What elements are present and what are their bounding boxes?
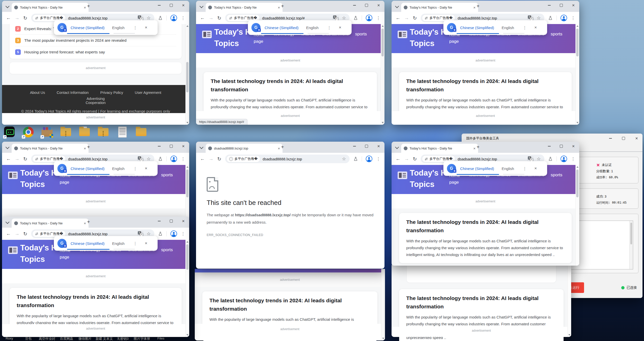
experiments-flask-icon[interactable]: [158, 231, 163, 236]
profile-avatar-icon[interactable]: [366, 156, 372, 162]
translate-close-icon[interactable]: ×: [145, 241, 147, 246]
scrollbar[interactable]: [575, 165, 579, 266]
tab-search-chevron-icon[interactable]: [6, 145, 10, 149]
nav-sports[interactable]: sports: [551, 173, 562, 186]
desktop-label[interactable]: 新建 文本文: [96, 336, 113, 341]
url-text[interactable]: dsadsad8888.lxzxjz.top: [68, 157, 108, 161]
footer-link-agreement[interactable]: User Agreement: [135, 91, 161, 95]
translate-tab-chinese[interactable]: Chinese (Simplified): [460, 166, 494, 171]
close-button[interactable]: ×: [377, 145, 380, 147]
nav-sports[interactable]: sports: [161, 173, 173, 186]
reload-icon[interactable]: ↻: [413, 15, 417, 21]
profile-avatar-icon[interactable]: [170, 230, 177, 237]
close-button[interactable]: ×: [182, 220, 185, 222]
translate-tab-english[interactable]: English: [306, 26, 318, 30]
scroll-up-icon[interactable]: [382, 25, 384, 27]
reload-icon[interactable]: ↻: [217, 156, 221, 162]
scroll-thumb[interactable]: [630, 223, 632, 244]
experiments-flask-icon[interactable]: [353, 157, 358, 161]
scroll-down-icon[interactable]: [382, 338, 384, 339]
new-tab-button[interactable]: +: [477, 3, 480, 9]
translate-tab-english[interactable]: English: [502, 26, 514, 30]
desktop-label[interactable]: Files: [157, 336, 164, 340]
minimize-button[interactable]: [609, 138, 612, 139]
desktop-icon-app[interactable]: ↗: [4, 126, 16, 138]
translate-tab-chinese[interactable]: Chinese (Simplified): [460, 26, 494, 30]
desktop-icon-text-file[interactable]: [116, 126, 128, 138]
translate-tab-chinese[interactable]: Chinese (Simplified): [71, 166, 104, 171]
tab-search-chevron-icon[interactable]: [395, 145, 399, 149]
footer-link-privacy[interactable]: Privacy Policy: [100, 91, 123, 95]
scrollbar[interactable]: [185, 240, 189, 337]
list-item[interactable]: 3The most popular investment projects in…: [15, 35, 176, 46]
bookmark-star-icon[interactable]: ☆: [342, 15, 346, 21]
profile-avatar-icon[interactable]: [170, 15, 177, 21]
scroll-up-icon[interactable]: [186, 166, 188, 168]
profile-avatar-icon[interactable]: [170, 156, 177, 162]
nav-sports[interactable]: sports: [355, 32, 367, 45]
scroll-down-icon[interactable]: [576, 122, 578, 123]
browser-menu-icon[interactable]: ⋮: [181, 231, 185, 237]
close-button[interactable]: ×: [377, 4, 380, 7]
desktop-icon-zip-folder-1[interactable]: [60, 126, 72, 138]
desktop-label[interactable]: 百度网盘: [60, 336, 73, 341]
translate-close-icon[interactable]: ×: [534, 166, 537, 171]
back-icon[interactable]: ←: [396, 15, 400, 21]
list-item[interactable]: 5Housing price trend forecast: what expe…: [15, 46, 176, 58]
scrollbar[interactable]: [575, 24, 579, 125]
scroll-up-icon[interactable]: [186, 25, 188, 27]
translate-options-icon[interactable]: ⋮: [133, 25, 137, 30]
nav-sports[interactable]: sports: [551, 32, 562, 45]
bookmark-star-icon[interactable]: ☆: [147, 156, 151, 162]
url-text[interactable]: dsadsad8888.lxzxjz.top: [68, 16, 108, 20]
scroll-down-icon[interactable]: [186, 334, 188, 336]
browser-tab[interactable]: Today's Hot Topics - Daily Ne×: [12, 3, 89, 12]
url-text[interactable]: dsadsad8888.lxzxjz.top: [458, 157, 497, 161]
translate-tab-chinese[interactable]: Chinese (Simplified): [71, 241, 104, 246]
scrollbar[interactable]: [185, 24, 189, 125]
profile-avatar-icon[interactable]: [561, 15, 567, 21]
minimize-button[interactable]: [548, 146, 551, 146]
maximize-button[interactable]: [622, 137, 625, 140]
minimize-button[interactable]: [353, 146, 356, 146]
desktop-icon-zip-folder-2[interactable]: [97, 126, 109, 138]
browser-tab[interactable]: Today's Hot Topics - Daily Ne×: [206, 3, 283, 12]
translate-options-icon[interactable]: ⋮: [327, 25, 331, 30]
browser-tab[interactable]: dsadsad8888.lxzxjz.top×: [206, 144, 283, 153]
url-text[interactable]: dsadsad8888.lxzxjz.top: [458, 16, 497, 20]
minimize-button[interactable]: [158, 146, 161, 146]
tab-close-icon[interactable]: ×: [473, 5, 476, 10]
reload-icon[interactable]: ↻: [23, 15, 27, 21]
reload-icon[interactable]: ↻: [217, 15, 221, 21]
new-tab-button[interactable]: +: [281, 3, 284, 9]
translate-tab-chinese[interactable]: Chinese (Simplified): [71, 26, 104, 30]
scroll-up-icon[interactable]: [576, 25, 578, 27]
maximize-button[interactable]: [170, 4, 173, 7]
translate-options-icon[interactable]: ⋮: [133, 241, 137, 246]
forward-icon[interactable]: →: [209, 156, 213, 162]
reload-icon[interactable]: ↻: [23, 231, 27, 237]
experiments-flask-icon[interactable]: [158, 16, 163, 20]
desktop-label[interactable]: 微信图片: [78, 336, 92, 341]
new-tab-button[interactable]: +: [477, 144, 480, 150]
scroll-up-icon[interactable]: [186, 241, 188, 243]
forward-icon[interactable]: →: [15, 156, 19, 162]
maximize-button[interactable]: [560, 145, 563, 148]
browser-tab[interactable]: Today's Hot Topics - Daily Ne×: [401, 144, 478, 153]
translate-tab-english[interactable]: English: [112, 241, 124, 246]
experiments-flask-icon[interactable]: [548, 16, 553, 20]
scrollbar[interactable]: [629, 221, 633, 269]
desktop-label[interactable]: Roxy: [6, 336, 13, 340]
browser-tab[interactable]: Today's Hot Topics - Daily Ne×: [12, 144, 89, 153]
new-tab-button[interactable]: +: [87, 219, 90, 225]
forward-icon[interactable]: →: [209, 15, 213, 21]
close-button[interactable]: ×: [572, 4, 575, 7]
bookmark-star-icon[interactable]: ☆: [147, 15, 151, 21]
browser-menu-icon[interactable]: ⋮: [571, 15, 575, 21]
tab-search-chevron-icon[interactable]: [200, 4, 204, 8]
reload-icon[interactable]: ↻: [413, 156, 417, 162]
desktop-icon-installer-box[interactable]: ↗: [41, 126, 53, 138]
back-icon[interactable]: ←: [200, 15, 205, 21]
back-icon[interactable]: ←: [6, 231, 11, 237]
scroll-up-icon[interactable]: [576, 166, 578, 168]
